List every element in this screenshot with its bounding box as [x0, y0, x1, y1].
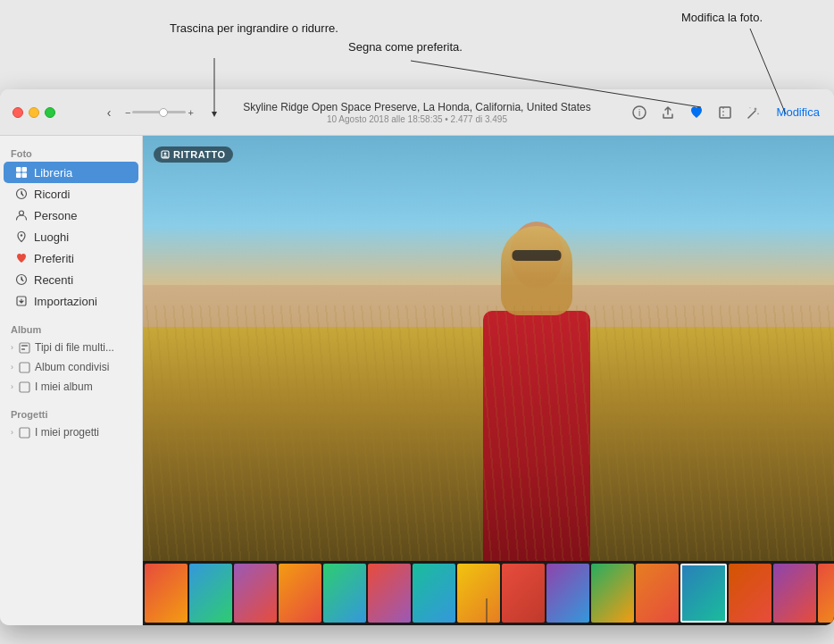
- recenti-label: Recenti: [34, 273, 73, 287]
- miei-progetti-label: I miei progetti: [35, 426, 99, 439]
- titlebar-actions: i: [629, 102, 825, 123]
- photo-main[interactable]: RITRATTO: [143, 136, 834, 561]
- svg-point-14: [21, 234, 22, 236]
- tipi-label: Tipi di file multi...: [35, 341, 114, 354]
- maximize-button[interactable]: [45, 107, 55, 118]
- photo-area: RITRATTO: [143, 136, 834, 625]
- zoom-control: − +: [125, 107, 194, 118]
- svg-point-13: [20, 211, 24, 215]
- back-button[interactable]: ‹: [100, 104, 118, 121]
- svg-rect-19: [21, 348, 25, 350]
- sidebar-item-persone[interactable]: Persone: [4, 205, 138, 226]
- traffic-lights: [13, 107, 55, 118]
- thumbnail-13-selected[interactable]: [680, 564, 727, 623]
- libreria-icon: [14, 165, 29, 180]
- thumbnail-3[interactable]: [234, 564, 277, 623]
- condivisi-chevron: ›: [11, 363, 13, 372]
- magic-wand-icon[interactable]: [743, 102, 764, 123]
- importazioni-label: Importazioni: [34, 295, 97, 308]
- thumbnail-14[interactable]: [729, 564, 771, 623]
- photo-title: Skyline Ridge Open Space Preserve, La Ho…: [243, 101, 591, 113]
- sidebar-item-miei-progetti[interactable]: › I miei progetti: [4, 422, 138, 442]
- ricordi-icon: [14, 187, 29, 201]
- sidebar-item-condivisi[interactable]: › Album condivisi: [4, 357, 138, 377]
- thumbnail-strip: [143, 561, 834, 625]
- zoom-plus-icon[interactable]: +: [188, 107, 193, 118]
- rotate-icon[interactable]: [714, 102, 736, 123]
- thumbnail-5[interactable]: [323, 564, 366, 623]
- zoom-slider-track[interactable]: [132, 111, 186, 113]
- thumbnail-9[interactable]: [502, 564, 545, 623]
- libreria-label: Libreria: [34, 166, 72, 180]
- foto-section-label: Foto: [0, 143, 142, 162]
- miei-progetti-chevron: ›: [11, 428, 13, 437]
- drag-annotation: Trascina per ingrandire o ridurre.: [170, 20, 338, 38]
- preferiti-label: Preferiti: [34, 252, 74, 265]
- svg-rect-6: [720, 107, 730, 118]
- sidebar-item-libreria[interactable]: Libreria: [4, 162, 138, 183]
- thumbnail-4[interactable]: [279, 564, 321, 623]
- miei-progetti-icon: [17, 425, 31, 439]
- sidebar-item-miei-album[interactable]: › I miei album: [4, 377, 138, 397]
- sidebar-item-ricordi[interactable]: Ricordi: [4, 183, 138, 205]
- nav-controls: ‹ − +: [100, 104, 194, 121]
- zoom-slider-thumb[interactable]: [159, 108, 168, 117]
- sidebar-item-recenti[interactable]: Recenti: [4, 269, 138, 290]
- svg-rect-11: [22, 173, 28, 179]
- svg-point-24: [164, 153, 167, 155]
- thumbnail-7[interactable]: [413, 564, 455, 623]
- photo-image: [143, 136, 834, 561]
- luoghi-icon: [14, 230, 29, 244]
- ricordi-label: Ricordi: [34, 188, 70, 201]
- main-content: Foto Libreria: [0, 136, 834, 625]
- svg-rect-9: [22, 167, 28, 172]
- svg-rect-8: [16, 167, 21, 172]
- titlebar: ‹ − + Skyline Ridge Open Space Preserve,…: [0, 89, 834, 136]
- zoom-minus-icon[interactable]: −: [125, 107, 130, 118]
- edit-button[interactable]: Modifica: [771, 104, 825, 121]
- tipi-chevron: ›: [11, 343, 13, 352]
- info-icon[interactable]: i: [629, 102, 650, 123]
- album-section-label: Album: [0, 319, 142, 338]
- favorite-heart-icon[interactable]: [686, 102, 707, 123]
- miei-album-label: I miei album: [35, 381, 93, 393]
- condivisi-icon: [17, 360, 31, 374]
- svg-rect-21: [20, 382, 29, 392]
- minimize-button[interactable]: [29, 107, 39, 118]
- photo-subtitle: 10 Agosto 2018 alle 18:58:35 • 2.477 di …: [243, 114, 591, 124]
- thumbnail-15[interactable]: [773, 564, 816, 623]
- sidebar: Foto Libreria: [0, 136, 143, 625]
- sidebar-item-luoghi[interactable]: Luoghi: [4, 226, 138, 247]
- svg-text:i: i: [638, 108, 639, 118]
- thumbnail-6[interactable]: [368, 564, 411, 623]
- portrait-badge-label: RITRATTO: [173, 149, 226, 160]
- sidebar-item-importazioni[interactable]: Importazioni: [4, 290, 138, 312]
- miei-album-icon: [17, 380, 31, 394]
- svg-rect-17: [20, 343, 29, 353]
- progetti-section-label: Progetti: [0, 404, 142, 422]
- thumbnail-10[interactable]: [546, 564, 589, 623]
- portrait-badge: RITRATTO: [154, 146, 233, 163]
- sidebar-item-tipi[interactable]: › Tipi di file multi...: [4, 338, 138, 357]
- thumbnail-16[interactable]: [818, 564, 834, 623]
- share-icon[interactable]: [657, 102, 679, 123]
- thumbnail-11[interactable]: [591, 564, 634, 623]
- persone-icon: [14, 208, 29, 222]
- svg-rect-20: [20, 363, 29, 372]
- edit-annotation: Modifica la foto.: [681, 9, 763, 27]
- favorite-annotation: Segna come preferita.: [348, 38, 463, 56]
- thumbnail-1[interactable]: [145, 564, 188, 623]
- thumbnail-2[interactable]: [189, 564, 232, 623]
- svg-rect-18: [21, 345, 28, 347]
- persone-label: Persone: [34, 209, 77, 222]
- preferiti-icon: [14, 251, 29, 265]
- thumbnail-8[interactable]: [457, 564, 500, 623]
- sidebar-item-preferiti[interactable]: Preferiti: [4, 247, 138, 269]
- close-button[interactable]: [13, 107, 23, 118]
- condivisi-label: Album condivisi: [35, 361, 109, 373]
- thumbnail-12[interactable]: [636, 564, 679, 623]
- recenti-icon: [14, 272, 29, 287]
- svg-rect-10: [16, 173, 21, 179]
- svg-line-7: [748, 111, 755, 118]
- luoghi-label: Luoghi: [34, 230, 69, 244]
